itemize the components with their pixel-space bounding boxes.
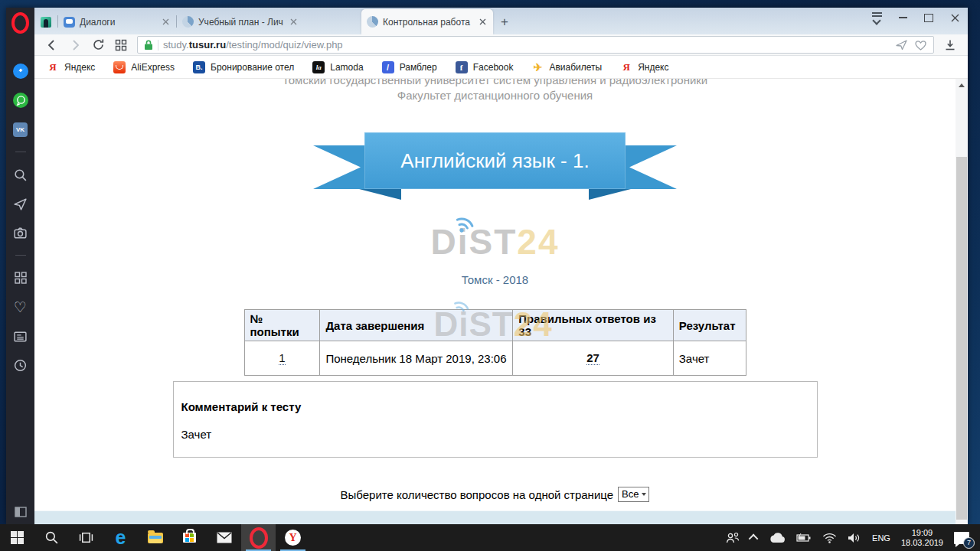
yandex-browser-icon: Y <box>285 530 301 546</box>
bookmark-yandex-2[interactable]: Я Яндекс <box>620 61 668 73</box>
sidebar-item-my-flow[interactable] <box>12 195 29 212</box>
bookmark-aliexpress[interactable]: AliExpress <box>113 61 175 73</box>
bookmark-rambler[interactable]: / Рамблер <box>382 61 437 73</box>
sidebar-toggle[interactable] <box>6 506 34 518</box>
new-tab-button[interactable]: + <box>493 9 516 34</box>
store-button[interactable] <box>172 524 207 551</box>
edge-button[interactable]: e <box>103 524 138 551</box>
clock[interactable]: 19:09 18.03.2019 <box>896 524 949 551</box>
taskbar-search-button[interactable] <box>34 524 69 551</box>
course-ribbon: Английский язык - 1. <box>313 132 677 203</box>
sidebar-item-history[interactable] <box>12 357 29 373</box>
rambler-icon: / <box>382 61 394 73</box>
scrollbar-thumb[interactable] <box>956 157 967 520</box>
questions-per-page-label: Выберите количество вопросов на одной ст… <box>341 488 614 501</box>
scroll-up-arrow-icon[interactable] <box>959 83 965 87</box>
yandex-browser-button[interactable]: Y <box>276 524 310 551</box>
bookmark-heart-icon[interactable] <box>914 39 927 51</box>
sidebar-item-news[interactable] <box>12 328 29 344</box>
yandex-icon: Я <box>47 61 59 73</box>
sidebar-item-snapshot[interactable] <box>12 224 29 241</box>
onedrive-button[interactable] <box>763 524 791 551</box>
sidebar-item-bookmarks[interactable]: ♡ <box>12 298 29 315</box>
score-link[interactable]: 27 <box>586 351 599 365</box>
opera-icon <box>250 527 268 549</box>
vertical-scrollbar[interactable] <box>956 79 968 524</box>
bookmark-avia[interactable]: ✈ Авиабилеты <box>531 61 602 73</box>
sidebar-item-vk[interactable]: VK <box>12 121 29 138</box>
messenger-icon <box>12 63 29 80</box>
grid-icon <box>115 39 127 51</box>
tray-overflow-button[interactable] <box>746 524 763 551</box>
opera-sidebar: VK <box>6 8 34 524</box>
microsoft-store-icon <box>183 533 196 543</box>
url-input[interactable]: study.tusur.ru/testing/mod/quiz/view.php <box>137 36 934 54</box>
yandex-icon: Я <box>620 61 632 73</box>
secure-lock-icon <box>144 39 153 51</box>
downloads-button[interactable] <box>939 36 962 54</box>
maximize-button[interactable] <box>916 8 942 28</box>
forward-button[interactable] <box>64 36 87 54</box>
bookmark-label: Яндекс <box>638 62 668 73</box>
sidebar-item-whatsapp[interactable] <box>12 92 29 109</box>
task-view-button[interactable] <box>69 524 103 551</box>
correct-answers-cell: 27 <box>513 341 674 376</box>
action-center-button[interactable]: 7 <box>949 524 980 551</box>
close-window-button[interactable] <box>942 8 968 28</box>
url-separator <box>158 40 158 51</box>
file-explorer-button[interactable] <box>138 524 172 551</box>
clock-icon <box>13 358 28 373</box>
panel-toggle-icon <box>14 506 28 518</box>
bookmark-label: Рамблер <box>400 62 437 73</box>
battery-button[interactable] <box>791 524 817 551</box>
tab-title: Диалоги <box>80 17 155 28</box>
bookmark-lamoda[interactable]: la Lamoda <box>312 61 363 73</box>
folder-icon <box>148 533 163 543</box>
tab-active-quiz[interactable]: Контрольная работа по д <box>361 9 493 34</box>
bookmark-yandex[interactable]: Я Яндекс <box>47 61 95 73</box>
mail-icon <box>217 532 232 543</box>
bookmark-facebook[interactable]: f Facebook <box>456 61 514 73</box>
attempt-cell: 1 <box>244 341 320 376</box>
sidebar-item-speed-dial[interactable] <box>12 269 29 286</box>
minimize-button[interactable] <box>890 8 916 28</box>
dist24-logo: DiST24 <box>431 224 560 259</box>
send-to-flow-icon[interactable] <box>895 38 908 51</box>
language-indicator[interactable]: ENG <box>867 524 896 551</box>
tab-menu-button[interactable] <box>864 8 890 28</box>
chevron-up-icon <box>749 534 759 544</box>
people-button[interactable] <box>720 524 746 551</box>
back-button[interactable] <box>41 36 64 54</box>
page-viewport: Томский государственный университет сист… <box>34 79 956 511</box>
comment-body: Зачет <box>181 428 817 441</box>
speed-dial-button[interactable] <box>109 36 132 54</box>
bookmark-label: AliExpress <box>131 62 175 73</box>
finish-date-cell: Понедельник 18 Март 2019, 23:06 <box>320 341 513 376</box>
start-button[interactable] <box>0 524 34 551</box>
reload-button[interactable] <box>87 36 109 54</box>
attempt-link[interactable]: 1 <box>279 351 285 365</box>
close-tab-icon[interactable] <box>477 17 488 28</box>
close-tab-icon[interactable] <box>160 17 171 28</box>
opera-taskbar-button[interactable] <box>241 524 276 551</box>
opera-menu-button[interactable] <box>6 8 34 38</box>
task-view-icon <box>79 530 93 545</box>
bookmark-booking[interactable]: B. Бронирование отел <box>193 61 294 73</box>
volume-button[interactable] <box>842 524 867 551</box>
pinned-tab[interactable] <box>34 9 57 34</box>
aliexpress-icon <box>113 61 126 73</box>
page-footer-strip <box>34 510 956 524</box>
mail-button[interactable] <box>207 524 241 551</box>
tab-study-plan[interactable]: Учебный план - Личный <box>177 9 304 34</box>
tab-dialogs[interactable]: Диалоги <box>58 9 176 34</box>
lamoda-icon: la <box>312 61 325 73</box>
chevron-down-icon <box>642 493 646 496</box>
wifi-button[interactable] <box>817 524 842 551</box>
tab-menu-icon <box>872 12 882 24</box>
sidebar-item-search[interactable] <box>12 166 29 183</box>
questions-per-page-select[interactable]: Все <box>618 487 649 502</box>
sidebar-item-messenger[interactable] <box>12 63 29 80</box>
close-tab-icon[interactable] <box>288 17 299 28</box>
edge-icon: e <box>116 528 126 547</box>
wifi-arcs-icon <box>452 209 483 235</box>
